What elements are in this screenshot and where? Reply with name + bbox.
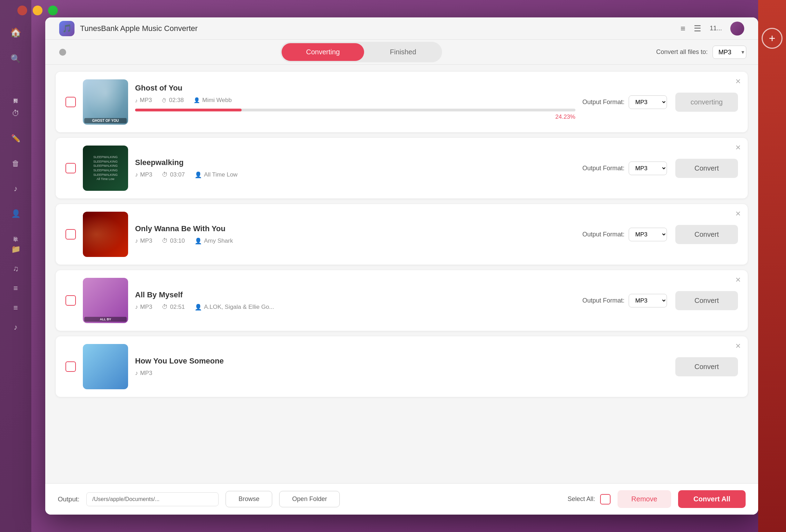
format-select-4[interactable]: MP3AACFLAC [629, 294, 667, 307]
app-window: 🎵 TunesBank Apple Music Converter ≡ ☰ 11… [45, 17, 758, 515]
converting-button-1[interactable]: converting [675, 93, 738, 112]
checkbox-song-5[interactable] [65, 361, 76, 372]
song-2-title: Sleepwalking [135, 158, 575, 167]
song-4-meta: ♪ MP3 ⏱ 02:51 👤 A.LOK, Sigala & Ellie Go… [135, 304, 575, 311]
select-all-checkbox[interactable] [600, 494, 611, 504]
sidebar-music-icon[interactable]: ♪ [11, 181, 21, 196]
song-5-title: How You Love Someone [135, 357, 668, 366]
song-1-duration: 02:38 [169, 97, 184, 104]
person-icon-3: 👤 [195, 237, 202, 245]
song-1-title: Ghost of You [135, 84, 575, 93]
tab-finished[interactable]: Finished [366, 43, 441, 61]
menu-icon[interactable]: ☰ [694, 24, 701, 33]
time-display: 11... [710, 25, 722, 32]
music-note-icon-4: ♪ [135, 304, 138, 311]
song-1-duration-item: ⏱ 02:38 [162, 97, 184, 104]
format-select-2[interactable]: MP3AACFLAC [629, 162, 667, 175]
song-3-duration: 03:10 [170, 237, 185, 244]
maximize-traffic-light[interactable] [48, 6, 58, 15]
checkbox-song-4[interactable] [65, 295, 76, 306]
song-2-output-format: Output Format: MP3AACFLAC [582, 162, 667, 175]
sidebar-folder-icon[interactable]: 📁 [11, 245, 21, 254]
add-button[interactable]: + [762, 28, 783, 49]
convert-all-button[interactable]: Convert All [678, 490, 746, 508]
song-3-title: Only Wanna Be With You [135, 224, 575, 233]
song-4-details: All By Myself ♪ MP3 ⏱ 02:51 👤 A.LOK, Si [135, 290, 575, 311]
checkbox-song-3[interactable] [65, 229, 76, 240]
convert-button-4[interactable]: Convert [675, 291, 738, 310]
close-song-1[interactable]: × [736, 77, 741, 86]
convert-button-2[interactable]: Convert [675, 159, 738, 178]
convert-button-3[interactable]: Convert [675, 225, 738, 244]
sidebar-list1-icon[interactable]: ♫ [13, 264, 19, 273]
format-select-1[interactable]: MP3AACFLAC [629, 95, 667, 109]
title-bar-right: ≡ ☰ 11... [681, 22, 744, 36]
sidebar-bucket-icon[interactable]: 🗑 [9, 156, 22, 171]
global-format-select[interactable]: MP3 AAC FLAC WAV [713, 46, 746, 59]
music-note-icon-5: ♪ [135, 370, 138, 377]
sidebar-history-icon[interactable]: ⏱ [9, 106, 22, 121]
output-format-label-2: Output Format: [582, 165, 624, 172]
browse-button[interactable]: Browse [226, 491, 272, 507]
song-2-meta: ♪ MP3 ⏱ 03:07 👤 All Time Low [135, 171, 575, 179]
minimize-traffic-light[interactable] [33, 6, 42, 15]
format-select-3[interactable]: MP3AACFLAC [629, 228, 667, 241]
album-art-song-2: SLEEPWALKINGSLEEPWALKINGSLEEPWALKINGSLEE… [83, 146, 128, 191]
tab-converting[interactable]: Converting [282, 43, 364, 61]
song-1-meta: ♪ MP3 ⏱ 02:38 👤 Mimi Webb [135, 97, 575, 104]
sidebar-pen-icon[interactable]: ✏️ [8, 131, 23, 146]
clock-icon-1: ⏱ [162, 97, 167, 103]
sidebar-list2-icon[interactable]: ≡ [14, 284, 18, 293]
checkbox-song-1[interactable] [65, 97, 76, 107]
output-label: Output: [58, 495, 79, 503]
remove-button[interactable]: Remove [618, 490, 671, 508]
avatar[interactable] [730, 22, 744, 36]
song-3-details: Only Wanna Be With You ♪ MP3 ⏱ 03:10 👤 [135, 224, 575, 245]
convert-button-5[interactable]: Convert [675, 357, 738, 376]
close-song-5[interactable]: × [736, 341, 741, 350]
song-1-format-icon: ♪ MP3 [135, 97, 152, 104]
song-3-output-format: Output Format: MP3AACFLAC [582, 228, 667, 241]
person-icon-1: 👤 [194, 97, 200, 103]
clock-icon-3: ⏱ [162, 237, 168, 244]
output-path-field[interactable] [86, 492, 219, 506]
right-panel: + [758, 0, 786, 532]
music-note-icon-1: ♪ [135, 97, 138, 103]
song-1-format: MP3 [140, 97, 152, 104]
close-song-3[interactable]: × [736, 209, 741, 218]
sidebar-person-icon[interactable]: 👤 [8, 206, 23, 221]
sidebar-note-icon[interactable]: ♪ [14, 323, 18, 332]
circle-indicator [59, 49, 66, 56]
open-folder-button[interactable]: Open Folder [279, 491, 340, 507]
song-4-duration-item: ⏱ 02:51 [162, 304, 185, 311]
album-art-song-3 [83, 212, 128, 257]
album-art-song-4: ALL BY [83, 278, 128, 323]
bottom-bar: Output: Browse Open Folder Select All: R… [45, 483, 758, 515]
title-bar-left: 🎵 TunesBank Apple Music Converter [59, 21, 198, 36]
sidebar-list3-icon[interactable]: ≡ [14, 303, 18, 312]
song-2-duration: 03:07 [170, 171, 185, 178]
song-2-artist-item: 👤 All Time Low [195, 171, 237, 179]
song-4-format-item: ♪ MP3 [135, 304, 152, 311]
song-card-3: × Only Wanna Be With You ♪ MP3 ⏱ 03:1 [56, 204, 748, 265]
song-4-duration: 02:51 [170, 304, 185, 311]
sidebar-home-icon[interactable]: 🏠 [7, 24, 24, 41]
queue-icon[interactable]: ≡ [681, 24, 685, 33]
song-5-meta: ♪ MP3 [135, 370, 668, 377]
song-1-progress-bar [135, 109, 575, 111]
close-song-2[interactable]: × [736, 143, 741, 152]
convert-all-files-area: Convert all files to: MP3 AAC FLAC WAV ▾ [656, 46, 744, 59]
select-all-area: Select All: [568, 494, 611, 504]
sidebar-apple-logo [13, 77, 18, 83]
output-format-label-1: Output Format: [582, 99, 624, 106]
sidebar-歌单-label: 歌单 [11, 232, 20, 234]
checkbox-song-2[interactable] [65, 163, 76, 173]
sidebar-search-icon[interactable]: 🔍 [8, 51, 24, 66]
song-card-1: × GHOST OF YOU Ghost of You ♪ MP3 ⏱ [56, 72, 748, 132]
song-2-artist: All Time Low [204, 171, 237, 178]
song-1-progress-fill [135, 109, 242, 111]
album-art-song-1: GHOST OF YOU [83, 79, 128, 125]
close-song-4[interactable]: × [736, 275, 741, 284]
song-card-2: × SLEEPWALKINGSLEEPWALKINGSLEEPWALKINGSL… [56, 138, 748, 198]
album-art-song-5 [83, 344, 128, 389]
